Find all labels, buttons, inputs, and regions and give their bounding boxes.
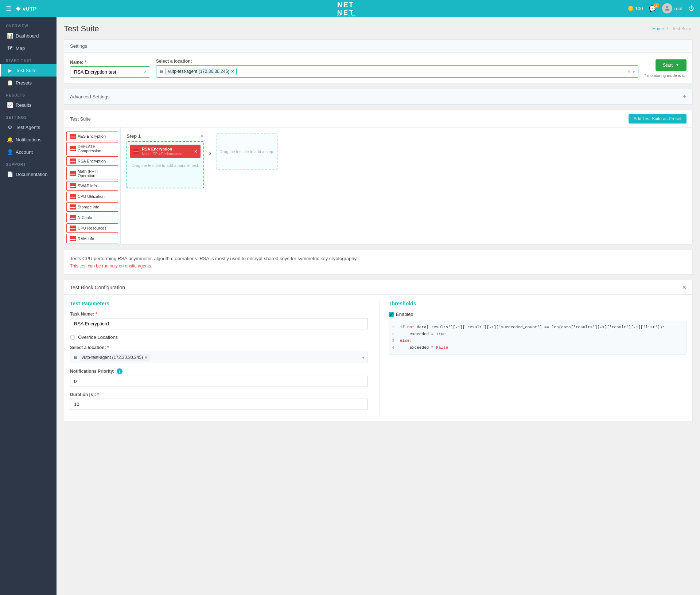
enabled-checkbox[interactable] xyxy=(389,312,394,317)
duration-input[interactable] xyxy=(70,399,368,410)
notifications-input[interactable] xyxy=(70,376,368,387)
dashboard-icon: 📊 xyxy=(7,33,13,39)
test-item-icon-cpu-res: ▬▬ xyxy=(70,226,76,231)
step1-header: Step 1 ✕ xyxy=(127,133,204,139)
test-item-label-storage: Storage info xyxy=(78,205,99,209)
sidebar-label-test-agents: Test Agents xyxy=(16,125,40,130)
advanced-settings-header[interactable]: Advanced Settings + xyxy=(64,89,692,105)
test-item-swap[interactable]: ▬▬ SWAP info xyxy=(66,181,118,191)
brand-icon: ◈ xyxy=(16,5,20,12)
name-label-text: Name: xyxy=(70,60,83,65)
steps-area: Step 1 ✕ ▬▬ RSA Encryption xyxy=(121,128,692,244)
duration-group: Duration [s]: * xyxy=(70,392,368,410)
location-tag-text: vutp-test-agent (172.30.30.245) xyxy=(168,69,229,74)
test-suite-body: ▬▬ AES Encryption ▬▬ DEFLATE Compression… xyxy=(64,128,692,244)
user-menu[interactable]: root xyxy=(662,3,682,13)
net-logo-text: NET xyxy=(337,1,354,9)
notifications-group: Notifications Priority: i xyxy=(70,368,368,387)
sidebar-item-presets[interactable]: 📋 Presets xyxy=(0,77,57,89)
location-remove-icon[interactable]: ✕ xyxy=(231,69,234,74)
test-item-icon-deflate: ▬▬ xyxy=(70,146,76,151)
credits-icon: 🪙 xyxy=(628,6,634,11)
test-item-label-cpu-util: CPU Utilization xyxy=(78,194,105,199)
duration-required: * xyxy=(97,392,99,397)
step1-card-close[interactable]: ✕ xyxy=(194,149,198,154)
notification-container[interactable]: 💬 1 xyxy=(649,5,656,12)
enabled-row: Enabled xyxy=(389,312,687,317)
config-close-button[interactable]: ✕ xyxy=(682,284,687,291)
step1-close-button[interactable]: ✕ xyxy=(200,133,204,139)
settings-section-label: SETTINGS xyxy=(0,111,57,121)
test-suite-card: Test Suite Add Test Suite as Preset ▬▬ A… xyxy=(64,110,693,244)
test-item-ram[interactable]: ▬▬ RAM info xyxy=(66,234,118,243)
test-item-label-rsa: RSA Encryption xyxy=(78,159,106,163)
test-item-rsa[interactable]: ▬▬ RSA Encryption xyxy=(66,156,118,166)
start-button[interactable]: Start ▼ xyxy=(656,59,687,71)
location-clear-btn[interactable]: ✕ xyxy=(627,69,631,74)
sidebar-item-account[interactable]: 👤 Account xyxy=(0,146,57,158)
location-select[interactable]: 🖥 vutp-test-agent (172.30.30.245) ✕ ✕ ▾ xyxy=(156,65,638,78)
config-location-select[interactable]: 🖥 vutp-test-agent (172.30.30.245) ✕ ▾ xyxy=(70,352,368,363)
test-item-cpu-res[interactable]: ▬▬ CPU Resources xyxy=(66,223,118,233)
sidebar-item-test-agents[interactable]: ⚙ Test Agents xyxy=(0,121,57,133)
notifications-label: Notifications Priority: i xyxy=(70,368,368,374)
test-params-heading: Test Parameters xyxy=(70,301,368,306)
test-suite-icon: ▶ xyxy=(7,67,13,73)
config-location-label-text: Select a location: xyxy=(70,345,106,350)
sidebar-item-dashboard[interactable]: 📊 Dashboard xyxy=(0,30,57,42)
code-content-2: exceeded = True xyxy=(400,331,446,338)
description-warning: This test can be run only on onsite agen… xyxy=(70,263,687,269)
sidebar-label-presets: Presets xyxy=(16,80,32,86)
page-title-row: Test Suite Home / Test Suite xyxy=(64,24,693,34)
top-navbar: ☰ ◈ vUTP NET NET SOLUTIONS 🪙 100 💬 1 roo xyxy=(0,0,700,17)
sidebar-item-test-suite[interactable]: ▶ Test Suite xyxy=(0,64,57,77)
code-line-num-4: 4 xyxy=(392,344,397,351)
step1-test-card[interactable]: ▬▬ RSA Encryption Node: CPU Performance … xyxy=(130,145,201,158)
step1-title: Step 1 xyxy=(127,133,141,139)
test-item-cpu-util[interactable]: ▬▬ CPU Utilization xyxy=(66,192,118,201)
sidebar-item-map[interactable]: 🗺 Map xyxy=(0,42,57,54)
notifications-info-icon[interactable]: i xyxy=(117,368,122,374)
sidebar-item-results[interactable]: 📈 Results xyxy=(0,99,57,111)
thresholds-heading: Thresholds xyxy=(389,301,687,306)
test-item-nic[interactable]: ▬▬ NIC info xyxy=(66,213,118,222)
name-input[interactable] xyxy=(70,66,150,78)
test-item-icon-storage: ▬▬ xyxy=(70,204,76,210)
menu-icon[interactable]: ☰ xyxy=(6,4,12,12)
presets-icon: 📋 xyxy=(7,80,13,86)
advanced-toggle-icon: + xyxy=(682,93,687,101)
sidebar-label-map: Map xyxy=(16,46,25,51)
test-item-math[interactable]: ▬▬ Math (FFT) Operation xyxy=(66,167,118,180)
power-icon[interactable]: ⏻ xyxy=(688,5,694,12)
test-item-icon-ram: ▬▬ xyxy=(70,236,76,241)
test-item-deflate[interactable]: ▬▬ DEFLATE Compression xyxy=(66,142,118,155)
monitoring-note: * monitoring mode is on xyxy=(644,73,687,78)
add-preset-button[interactable]: Add Test Suite as Preset xyxy=(629,114,687,124)
credits-container[interactable]: 🪙 100 xyxy=(628,6,643,11)
config-left: Test Parameters Task Name: * Override Lo… xyxy=(70,301,368,415)
task-name-input[interactable] xyxy=(70,318,368,329)
sidebar-label-results: Results xyxy=(16,102,31,108)
test-item-storage[interactable]: ▬▬ Storage info xyxy=(66,202,118,212)
breadcrumb-home[interactable]: Home xyxy=(652,26,664,31)
documentation-icon: 📄 xyxy=(7,171,13,177)
description-card: Tests CPU performing RSA asymmetric algo… xyxy=(64,250,693,275)
location-dropdown-btn[interactable]: ▾ xyxy=(633,69,635,74)
config-header: Test Block Configuration ✕ xyxy=(64,280,692,295)
config-card: Test Block Configuration ✕ Test Paramete… xyxy=(64,280,693,421)
config-location-remove[interactable]: ✕ xyxy=(144,355,148,360)
step1-block: Step 1 ✕ ▬▬ RSA Encryption xyxy=(127,133,204,188)
override-radio[interactable] xyxy=(70,335,75,340)
layout: OVERVIEW 📊 Dashboard 🗺 Map START TEST ▶ … xyxy=(0,17,700,595)
step1-card-name: RSA Encryption xyxy=(142,147,182,151)
enabled-label: Enabled xyxy=(396,312,413,317)
main-content: Test Suite Home / Test Suite Settings Na… xyxy=(57,17,700,595)
sidebar-item-notifications[interactable]: 🔔 Notifications xyxy=(0,133,57,146)
name-form-group: Name: * ✓ xyxy=(70,60,150,78)
test-item-label-aes: AES Encryption xyxy=(78,134,106,138)
advanced-settings-title: Advanced Settings xyxy=(70,94,109,99)
test-item-label-nic: NIC info xyxy=(78,215,92,220)
test-item-aes[interactable]: ▬▬ AES Encryption xyxy=(66,132,118,141)
sidebar-item-documentation[interactable]: 📄 Documentation xyxy=(0,168,57,180)
duration-label: Duration [s]: * xyxy=(70,392,368,397)
